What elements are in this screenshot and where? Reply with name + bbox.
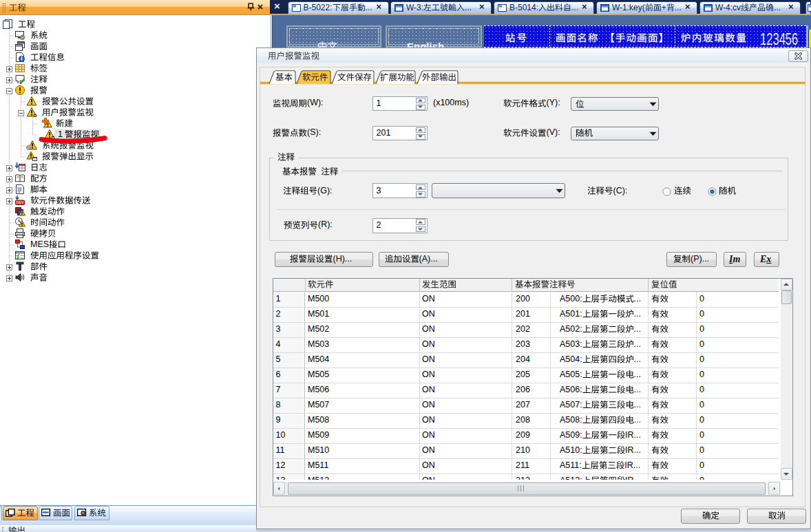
svg-text:DEV: DEV <box>16 200 24 204</box>
